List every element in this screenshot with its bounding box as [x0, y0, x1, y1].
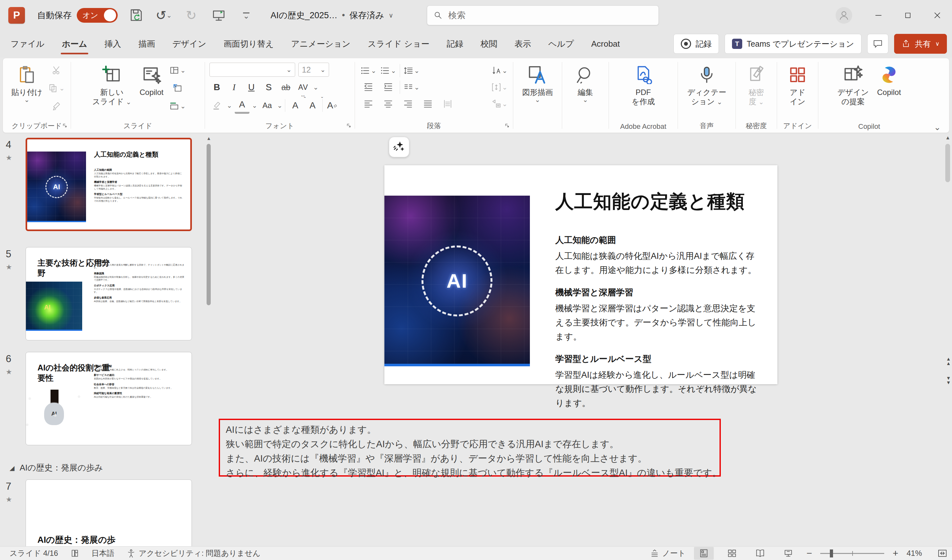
thumbnail-slide-7[interactable]: 7 ★ AIの歴史：発展の歩	[6, 480, 192, 546]
thumbnail-slide-6[interactable]: 6 ★ AIの社会的役割と重要性 AI 効率化への貢献AIは業務効率を大幅に向上…	[6, 352, 192, 445]
thumbnail-box[interactable]: 主要な技術と応用分野 AI 自然言語処理自然言語処理は人間の言葉を理解し解析する…	[26, 247, 192, 340]
highlight-button[interactable]	[209, 98, 224, 113]
paragraph-dialog-launcher[interactable]	[504, 122, 510, 130]
tab-view[interactable]: 表示	[506, 30, 540, 57]
search-input[interactable]	[448, 10, 652, 21]
font-name-combo[interactable]: ⌄	[209, 63, 295, 77]
scroll-up-icon[interactable]: ▲	[945, 135, 951, 140]
thumbnail-slide-4[interactable]: 4 ★ AI 人工知能の定義と種類 人工知能の範囲人工知能は狭義の特化型AIから…	[6, 138, 192, 231]
canvas-scrollbar[interactable]: ▲	[945, 135, 951, 545]
cut-button[interactable]	[48, 63, 66, 77]
strikethrough-button[interactable]: ab	[278, 80, 293, 95]
character-spacing-button[interactable]: AV	[296, 80, 311, 95]
editing-button[interactable]: 編集 ⌄	[573, 62, 598, 133]
scroll-up-icon[interactable]: ▲	[206, 136, 212, 141]
language-button[interactable]: 日本語	[91, 548, 114, 558]
redo-button[interactable]: ↻	[182, 6, 200, 24]
bold-button[interactable]: B	[209, 80, 224, 95]
proofing-status-button[interactable]	[70, 549, 79, 558]
slide-image[interactable]: AI	[384, 196, 530, 366]
slide-layout-button[interactable]: ⌄	[168, 63, 187, 77]
close-button[interactable]	[923, 0, 952, 30]
create-pdf-button[interactable]: PDF を作成	[628, 62, 658, 133]
view-reading-button[interactable]	[750, 547, 770, 560]
minimize-button[interactable]	[864, 0, 893, 30]
reset-slide-button[interactable]	[168, 81, 187, 95]
scrollbar-thumb[interactable]	[207, 144, 211, 305]
bullets-button[interactable]: ⌄	[360, 63, 377, 78]
slide-title[interactable]: 人工知能の定義と種類	[555, 189, 766, 214]
tab-animations[interactable]: アニメーション	[282, 30, 359, 57]
align-left-button[interactable]	[360, 97, 377, 111]
zoom-slider[interactable]	[820, 547, 884, 560]
previous-slide-button[interactable]: ▲▲	[945, 357, 952, 366]
zoom-level[interactable]: 41%	[907, 549, 929, 558]
section-header[interactable]: ◢ AIの歴史：発展の歩み	[9, 462, 103, 474]
text-direction-button[interactable]: ⌄	[491, 63, 508, 78]
increase-indent-button[interactable]	[380, 80, 397, 95]
view-slideshow-button[interactable]	[778, 547, 798, 560]
document-title[interactable]: AIの歴史_2025… • 保存済み ∨	[270, 9, 393, 21]
speaker-notes[interactable]: AIにはさまざまな種類があります。 狭い範囲で特定のタスクに特化したAIから、幅…	[219, 419, 721, 477]
view-slide-sorter-button[interactable]	[722, 547, 742, 560]
tab-slideshow[interactable]: スライド ショー	[359, 30, 438, 57]
align-right-button[interactable]	[400, 97, 416, 111]
designer-button[interactable]: デザイン の提案	[834, 62, 872, 133]
font-dialog-launcher[interactable]	[346, 122, 352, 130]
tab-review[interactable]: 校閲	[472, 30, 506, 57]
share-button[interactable]: 共有 ∨	[894, 34, 947, 54]
powerpoint-logo-icon[interactable]: P	[8, 7, 25, 24]
tab-transitions[interactable]: 画面切り替え	[215, 30, 282, 57]
line-spacing-button[interactable]: ⌄	[403, 63, 420, 78]
clipboard-dialog-launcher[interactable]	[62, 122, 68, 130]
designer-suggestion-button[interactable]	[389, 137, 410, 157]
tab-file[interactable]: ファイル	[2, 30, 53, 57]
save-button[interactable]	[127, 6, 145, 24]
next-slide-button[interactable]: ▼▼	[945, 376, 952, 385]
tab-home[interactable]: ホーム	[53, 30, 96, 57]
tab-design[interactable]: デザイン	[164, 30, 215, 57]
slide-body[interactable]: 人工知能の範囲人工知能は狭義の特化型AIから汎用AIまで幅広く存在します。用途や…	[555, 234, 760, 420]
tab-help[interactable]: ヘルプ	[540, 30, 583, 57]
zoom-out-button[interactable]: −	[807, 548, 812, 559]
notes-toggle-button[interactable]: ノート	[650, 548, 686, 558]
autosave-toggle[interactable]: オン	[77, 8, 118, 23]
underline-button[interactable]: U	[244, 80, 259, 95]
thumbnail-scrollbar[interactable]: ▲	[206, 136, 212, 545]
justify-button[interactable]	[420, 97, 436, 111]
view-normal-button[interactable]	[694, 547, 714, 560]
scrollbar-thumb[interactable]	[945, 144, 950, 182]
align-center-button[interactable]	[380, 97, 397, 111]
decrease-font-button[interactable]: A	[305, 98, 320, 113]
convert-smartart-button[interactable]: ⌄	[491, 97, 508, 111]
thumbnail-box[interactable]: AIの歴史：発展の歩	[26, 480, 192, 546]
tab-acrobat[interactable]: Acrobat	[583, 30, 629, 57]
slide-indicator[interactable]: スライド 4/16	[9, 548, 58, 558]
decrease-indent-button[interactable]	[360, 80, 377, 95]
text-shadow-button[interactable]: S	[261, 80, 276, 95]
increase-font-button[interactable]: A	[288, 98, 303, 113]
shape-drawing-button[interactable]: 図形描画 ⌄	[519, 62, 556, 133]
collapse-ribbon-button[interactable]: ⌄	[934, 125, 941, 130]
thumbnail-box[interactable]: AIの社会的役割と重要性 AI 効率化への貢献AIは業務効率を大幅に向上させ、時…	[26, 352, 192, 445]
columns-button[interactable]: ⌄	[403, 80, 420, 95]
tab-insert[interactable]: 挿入	[96, 30, 130, 57]
start-slideshow-button[interactable]	[210, 6, 228, 24]
accessibility-checker[interactable]: アクセシビリティ: 問題ありません	[127, 548, 261, 558]
numbering-button[interactable]: ⌄	[380, 63, 397, 78]
tab-record[interactable]: 記録	[438, 30, 472, 57]
zoom-in-button[interactable]: +	[893, 548, 898, 559]
copy-button[interactable]: ⌄	[48, 81, 66, 95]
italic-button[interactable]: I	[227, 80, 241, 95]
slide-editor[interactable]: AI 人工知能の定義と種類 人工知能の範囲人工知能は狭義の特化型AIから汎用AI…	[384, 165, 777, 384]
copilot-button[interactable]: Copilot	[874, 62, 904, 133]
format-painter-button[interactable]	[48, 99, 66, 113]
fit-to-window-button[interactable]	[937, 548, 947, 558]
customize-qat-button[interactable]: ⌄	[237, 6, 255, 24]
thumbnail-slide-5[interactable]: 5 ★ 主要な技術と応用分野 AI 自然言語処理自然言語処理は人間の言葉を理解し…	[6, 247, 192, 340]
maximize-button[interactable]	[893, 0, 923, 30]
search-box[interactable]	[427, 5, 659, 25]
present-in-teams-button[interactable]: T Teams でプレゼンテーション	[725, 34, 861, 54]
record-button[interactable]: 記録	[674, 34, 719, 54]
tab-draw[interactable]: 描画	[130, 30, 164, 57]
